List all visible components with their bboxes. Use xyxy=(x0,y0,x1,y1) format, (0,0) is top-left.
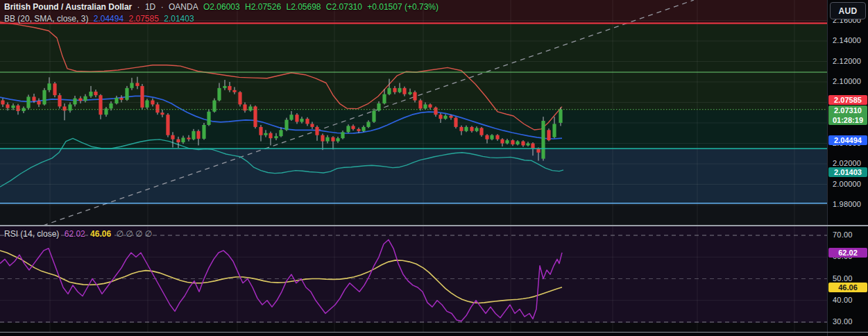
bb-label[interactable]: BB (20, SMA, close, 3) xyxy=(4,14,88,24)
candle-up xyxy=(207,112,210,125)
candle-up xyxy=(361,127,365,131)
candle-up xyxy=(109,103,112,108)
bb-legend[interactable]: BB (20, SMA, close, 3) 2.04494 2.07585 2… xyxy=(4,14,197,24)
rsi-pane[interactable] xyxy=(0,226,827,332)
candle-up xyxy=(284,120,288,131)
candle-up xyxy=(475,128,478,131)
candle-down xyxy=(32,96,35,101)
candle-down xyxy=(495,135,499,140)
candle-down xyxy=(402,88,406,94)
candle-up xyxy=(192,131,195,140)
candle-down xyxy=(310,124,314,126)
pane-separator[interactable] xyxy=(0,225,868,226)
candle-down xyxy=(37,101,40,104)
price-axis-tick: 2.14000 xyxy=(833,36,861,44)
candle-down xyxy=(295,115,298,121)
candle-up xyxy=(73,99,76,105)
candle-up xyxy=(366,122,370,127)
rsi-hidden-values: ∅ ∅ ∅ ∅ xyxy=(116,229,152,239)
candle-down xyxy=(500,140,504,144)
candle-up xyxy=(289,115,293,119)
candle-down xyxy=(321,135,324,142)
symbol-title[interactable]: British Pound / Australian Dollar xyxy=(4,2,132,12)
last-price-label: 2.0731001:28:19 xyxy=(828,106,867,125)
candle-down xyxy=(393,88,396,92)
rsi-value-label: 62.02 xyxy=(828,248,867,258)
candle-down xyxy=(485,135,488,140)
candle-up xyxy=(505,140,509,143)
candle-down xyxy=(434,108,437,115)
rsi-chart-canvas[interactable] xyxy=(0,226,827,332)
candle-up xyxy=(443,116,447,119)
rsi-legend[interactable]: RSI (14, close) 62.02 46.06 ∅ ∅ ∅ ∅ xyxy=(4,229,155,239)
candle-up xyxy=(325,137,329,142)
rsi-bottom-separator[interactable] xyxy=(0,332,868,333)
price-axis-tick: 2.12000 xyxy=(833,57,861,65)
candle-down xyxy=(62,106,66,110)
rsi-axis-tick: 50.00 xyxy=(833,274,853,283)
candle-up xyxy=(559,110,562,123)
candle-up xyxy=(423,104,427,108)
candle-up xyxy=(464,127,468,131)
candle-down xyxy=(331,137,334,142)
candle-down xyxy=(94,92,97,95)
price-chart-canvas[interactable] xyxy=(0,0,827,226)
rsi-axis-tick: 70.00 xyxy=(833,230,853,239)
candle-up xyxy=(398,88,401,92)
chart-root: British Pound / Australian Dollar · 1D ·… xyxy=(0,0,868,336)
candle-down xyxy=(536,149,540,153)
candle-down xyxy=(58,95,61,106)
low-value: L2.05698 xyxy=(286,2,321,12)
candle-up xyxy=(47,83,51,90)
candle-up xyxy=(202,125,205,139)
candle-down xyxy=(99,95,102,115)
candle-down xyxy=(176,140,180,142)
candle-down xyxy=(449,116,452,118)
symbol-legend[interactable]: British Pound / Australian Dollar · 1D ·… xyxy=(4,2,441,12)
candle-up xyxy=(552,124,556,137)
rsi-value: 62.02 xyxy=(65,229,85,239)
timeframe-label[interactable]: 1D xyxy=(145,2,155,12)
time-axis-strip[interactable] xyxy=(0,333,868,336)
rsi-lower-background xyxy=(0,323,827,332)
candle-down xyxy=(238,92,241,105)
bb-basis-price-label: 2.04494 xyxy=(828,135,867,145)
candle-up xyxy=(181,137,185,142)
candle-up xyxy=(89,92,92,96)
candle-down xyxy=(78,99,82,101)
candle-up xyxy=(274,136,278,138)
bb-upper-value: 2.07585 xyxy=(128,14,158,24)
candle-down xyxy=(171,135,174,140)
candle-up xyxy=(336,138,339,141)
candle-up xyxy=(279,130,282,136)
price-pane[interactable] xyxy=(0,0,827,226)
close-value: C2.07310 xyxy=(326,2,362,12)
bb-upper-price-label: 2.07585 xyxy=(828,95,867,105)
rsi-ma-value-label: 46.06 xyxy=(828,283,867,292)
candle-up xyxy=(382,94,386,103)
candle-down xyxy=(511,140,514,144)
candle-down xyxy=(53,83,56,95)
candle-down xyxy=(140,86,144,108)
price-axis-tick: 2.10000 xyxy=(833,77,861,85)
candle-down xyxy=(428,104,432,107)
candle-up xyxy=(223,86,226,88)
candle-down xyxy=(479,128,483,135)
candle-up xyxy=(130,83,133,87)
background-zones xyxy=(0,0,827,226)
rsi-label[interactable]: RSI (14, close) xyxy=(4,229,59,239)
candle-down xyxy=(166,115,169,135)
candle-down xyxy=(454,118,457,127)
candle-down xyxy=(521,142,525,146)
currency-toggle-button[interactable]: AUD xyxy=(830,2,866,19)
candle-up xyxy=(125,88,128,100)
exchange-label[interactable]: OANDA xyxy=(169,2,198,12)
candle-down xyxy=(547,130,550,140)
price-axis[interactable]: AUD 2.160002.140002.120002.100002.080002… xyxy=(827,0,868,336)
candle-up xyxy=(300,119,303,121)
candle-down xyxy=(135,83,139,85)
candle-up xyxy=(248,106,252,110)
change-value: +0.01507 (+0.73%) xyxy=(367,2,439,12)
candle-down xyxy=(1,101,4,105)
candle-up xyxy=(212,101,216,112)
